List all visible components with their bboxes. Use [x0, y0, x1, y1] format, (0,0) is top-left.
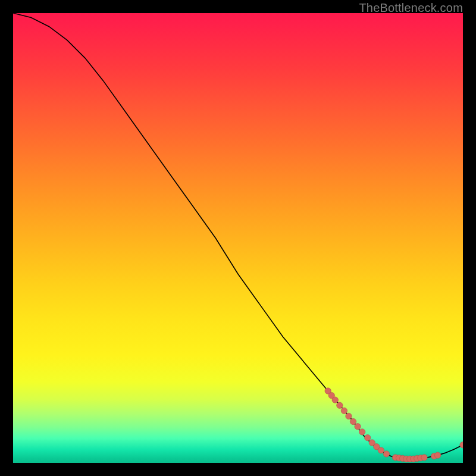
plot-background-gradient	[13, 13, 463, 463]
watermark-text: TheBottleneck.com	[359, 1, 463, 15]
chart-frame: TheBottleneck.com	[0, 0, 476, 476]
